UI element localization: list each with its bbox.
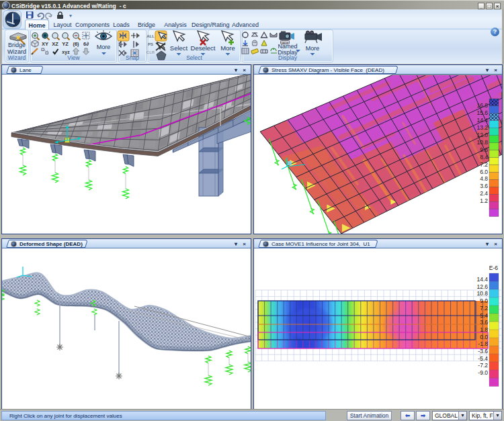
svg-text:Wizard: Wizard xyxy=(7,48,26,55)
svg-text:13.2: 13.2 xyxy=(476,124,488,131)
svg-text:7.2: 7.2 xyxy=(480,305,488,312)
svg-text:-5.4: -5.4 xyxy=(478,355,488,362)
svg-text:Bridge: Bridge xyxy=(8,42,26,48)
svg-text:-7.2: -7.2 xyxy=(478,362,488,369)
svg-text:6.0: 6.0 xyxy=(480,169,488,175)
svg-text:9.6: 9.6 xyxy=(480,146,488,153)
svg-text:10.8: 10.8 xyxy=(476,139,488,146)
svg-text:4.8: 4.8 xyxy=(480,175,488,182)
svg-text:5.4: 5.4 xyxy=(480,312,488,319)
svg-text:14.4: 14.4 xyxy=(476,117,488,124)
svg-text:ALL: ALL xyxy=(146,34,155,38)
svg-text:XZ: XZ xyxy=(52,41,58,47)
svg-text:E-6: E-6 xyxy=(489,265,499,271)
svg-text:More: More xyxy=(306,45,320,52)
svg-text:▾: ▾ xyxy=(69,13,72,19)
svg-text:3.6: 3.6 xyxy=(480,319,488,326)
svg-text:0.0: 0.0 xyxy=(480,334,488,340)
svg-text:-9.0: -9.0 xyxy=(478,369,488,376)
svg-text:xyz: xyz xyxy=(62,50,70,55)
svg-text:Display: Display xyxy=(278,49,298,56)
svg-text:6∂: 6∂ xyxy=(83,41,89,47)
svg-text:(6): (6) xyxy=(73,41,79,47)
svg-text:-3.6: -3.6 xyxy=(478,348,488,355)
svg-text:12.0: 12.0 xyxy=(476,132,488,138)
svg-text:8.4: 8.4 xyxy=(480,154,488,160)
svg-text:2.4: 2.4 xyxy=(480,190,488,197)
svg-text:15.6: 15.6 xyxy=(476,109,488,116)
svg-text:3.6: 3.6 xyxy=(480,183,488,189)
svg-text:10.8: 10.8 xyxy=(476,290,488,297)
svg-text:1.8: 1.8 xyxy=(480,326,488,333)
svg-text:1.2: 1.2 xyxy=(480,197,488,204)
svg-text:Select: Select xyxy=(170,44,188,52)
svg-text:12.6: 12.6 xyxy=(476,283,488,290)
svg-text:More: More xyxy=(220,44,235,52)
svg-text:-1.8: -1.8 xyxy=(478,340,488,347)
svg-text:XY: XY xyxy=(42,41,48,47)
svg-text:14.4: 14.4 xyxy=(476,276,488,283)
svg-text:Deselect: Deselect xyxy=(191,44,216,52)
svg-text:16.8: 16.8 xyxy=(476,102,488,109)
svg-text:7.2: 7.2 xyxy=(480,161,488,168)
svg-text:9.0: 9.0 xyxy=(480,297,488,304)
svg-text:CLR: CLR xyxy=(146,50,155,54)
svg-text:YZ: YZ xyxy=(62,41,69,47)
svg-text:PS: PS xyxy=(148,42,153,46)
svg-text:More: More xyxy=(97,44,111,50)
